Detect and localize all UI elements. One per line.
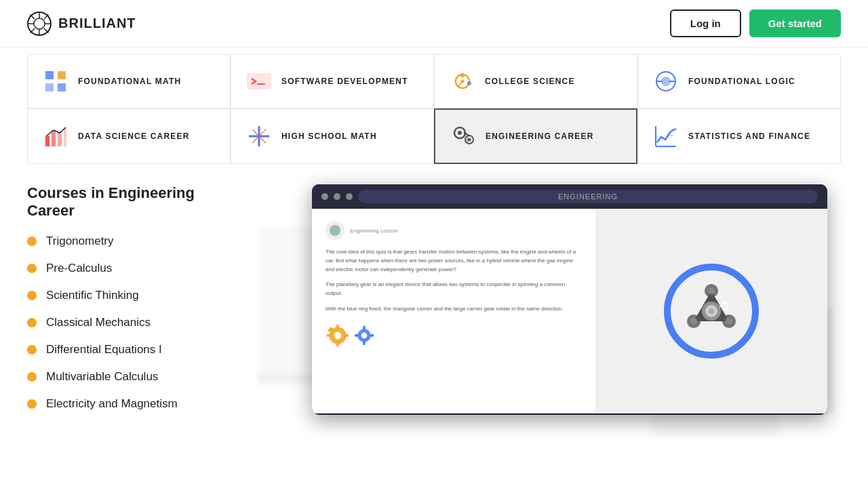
lesson-avatar bbox=[326, 221, 344, 240]
svg-rect-52 bbox=[363, 326, 366, 330]
browser-window: ENGINEERING Engineering Lesson The core … bbox=[312, 184, 827, 415]
logo-text: BRILLIANT bbox=[58, 16, 136, 31]
svg-rect-45 bbox=[336, 325, 339, 329]
brilliant-logo-icon bbox=[27, 12, 52, 36]
browser-text-3: With the blue ring fixed, the triangular… bbox=[326, 305, 582, 314]
svg-point-20 bbox=[467, 81, 471, 85]
stats-finance-icon bbox=[652, 122, 680, 150]
tile-college-science[interactable]: COLLEGE SCIENCE bbox=[434, 54, 637, 108]
svg-rect-12 bbox=[58, 71, 66, 79]
course-name: Classical Mechanics bbox=[46, 316, 151, 329]
svg-rect-27 bbox=[58, 133, 62, 146]
engineering-career-label: ENGINEERING CAREER bbox=[486, 131, 594, 141]
header-buttons: Log in Get started bbox=[670, 9, 841, 37]
svg-rect-47 bbox=[327, 334, 332, 337]
svg-point-19 bbox=[461, 80, 465, 83]
course-item-electricity[interactable]: Electricity and Magnetism bbox=[27, 397, 244, 411]
foundational-math-icon bbox=[41, 67, 70, 96]
svg-rect-48 bbox=[344, 334, 349, 337]
svg-point-1 bbox=[34, 18, 45, 29]
course-list: Trigonometry Pre-Calculus Scientific Thi… bbox=[27, 235, 244, 411]
planetary-gear-illustration bbox=[660, 260, 762, 362]
course-item-multivariable[interactable]: Multivariable Calculus bbox=[27, 370, 244, 384]
svg-rect-13 bbox=[58, 83, 66, 92]
browser-content: Engineering Lesson The core idea of this… bbox=[312, 209, 827, 413]
course-dot bbox=[27, 372, 37, 382]
course-name: Pre-Calculus bbox=[46, 262, 112, 275]
category-grid-row1: FOUNDATIONAL MATH SOFTWARE DEVELOPMENT C… bbox=[0, 54, 868, 108]
browser-dot-green bbox=[346, 193, 353, 200]
tile-engineering-career[interactable]: ENGINEERING CAREER bbox=[434, 108, 637, 164]
svg-rect-25 bbox=[45, 136, 50, 146]
tile-foundational-logic[interactable]: FOUNDATIONAL LOGIC bbox=[637, 54, 841, 108]
course-list-title: Courses in Engineering Career bbox=[27, 184, 244, 220]
svg-point-44 bbox=[334, 331, 342, 339]
browser-url-text: ENGINEERING bbox=[558, 192, 618, 201]
high-school-math-icon bbox=[245, 122, 273, 150]
browser-dot-red bbox=[321, 193, 328, 200]
main-content: Courses in Engineering Career Trigonomet… bbox=[0, 164, 868, 442]
course-name: Trigonometry bbox=[46, 235, 114, 248]
foundational-math-label: FOUNDATIONAL MATH bbox=[78, 77, 181, 86]
browser-right-panel bbox=[595, 209, 827, 413]
data-science-icon bbox=[41, 122, 70, 150]
browser-dot-yellow bbox=[334, 193, 340, 200]
course-item-scientific-thinking[interactable]: Scientific Thinking bbox=[27, 289, 244, 302]
browser-gears bbox=[326, 323, 582, 348]
svg-rect-54 bbox=[355, 334, 359, 337]
college-science-label: COLLEGE SCIENCE bbox=[485, 77, 575, 86]
browser-left-panel: Engineering Lesson The core idea of this… bbox=[312, 209, 595, 413]
category-grid-row2: DATA SCIENCE CAREER HIGH SCHOOL MATH bbox=[0, 108, 868, 164]
software-dev-icon bbox=[245, 67, 273, 96]
browser-bar: ENGINEERING bbox=[312, 184, 827, 209]
svg-point-65 bbox=[726, 318, 732, 325]
svg-point-61 bbox=[709, 308, 714, 314]
svg-point-63 bbox=[708, 287, 715, 294]
svg-point-51 bbox=[361, 332, 368, 338]
tile-software-dev[interactable]: SOFTWARE DEVELOPMENT bbox=[231, 54, 434, 108]
browser-text-2: The planetary gear is an elegant device … bbox=[326, 281, 582, 298]
svg-rect-28 bbox=[64, 127, 66, 146]
course-item-diff-eq[interactable]: Differential Equations I bbox=[27, 343, 244, 357]
svg-point-42 bbox=[330, 225, 340, 236]
course-name: Electricity and Magnetism bbox=[46, 397, 178, 411]
course-dot bbox=[27, 291, 37, 300]
tile-high-school-math[interactable]: HIGH SCHOOL MATH bbox=[231, 108, 434, 164]
svg-rect-14 bbox=[248, 74, 271, 89]
svg-point-34 bbox=[458, 131, 462, 135]
course-name: Differential Equations I bbox=[46, 343, 162, 357]
login-button[interactable]: Log in bbox=[670, 9, 741, 37]
gear-blue-icon bbox=[354, 325, 374, 346]
college-science-icon bbox=[448, 67, 477, 96]
lesson-meta: Engineering Lesson bbox=[350, 228, 398, 234]
get-started-button[interactable]: Get started bbox=[749, 9, 841, 37]
software-dev-label: SOFTWARE DEVELOPMENT bbox=[281, 77, 408, 86]
svg-rect-53 bbox=[363, 341, 366, 345]
logo: BRILLIANT bbox=[27, 12, 136, 36]
preview-panel: ENGINEERING Engineering Lesson The core … bbox=[271, 184, 841, 442]
tile-stats-finance[interactable]: STATISTICS AND FINANCE bbox=[637, 108, 841, 164]
browser-url-bar: ENGINEERING bbox=[358, 190, 818, 203]
course-item-precalculus[interactable]: Pre-Calculus bbox=[27, 262, 244, 275]
svg-rect-46 bbox=[336, 342, 339, 346]
svg-rect-10 bbox=[45, 71, 54, 79]
svg-point-67 bbox=[690, 318, 697, 325]
course-dot bbox=[27, 345, 37, 354]
engineering-career-icon bbox=[449, 122, 477, 150]
course-item-trigonometry[interactable]: Trigonometry bbox=[27, 235, 244, 248]
foundational-logic-icon bbox=[652, 67, 680, 96]
browser-text-1: The core idea of this quiz is that gears… bbox=[326, 248, 582, 274]
svg-rect-55 bbox=[370, 334, 374, 337]
course-dot bbox=[27, 237, 37, 246]
svg-rect-11 bbox=[45, 83, 54, 92]
gear-yellow-icon bbox=[326, 323, 350, 348]
svg-rect-26 bbox=[52, 130, 56, 146]
svg-point-17 bbox=[460, 73, 465, 77]
course-dot bbox=[27, 399, 37, 409]
tile-data-science[interactable]: DATA SCIENCE CAREER bbox=[27, 108, 231, 164]
course-dot bbox=[27, 264, 37, 273]
course-item-classical-mechanics[interactable]: Classical Mechanics bbox=[27, 316, 244, 329]
tile-foundational-math[interactable]: FOUNDATIONAL MATH bbox=[27, 54, 231, 108]
data-science-label: DATA SCIENCE CAREER bbox=[78, 131, 190, 141]
stats-finance-label: STATISTICS AND FINANCE bbox=[688, 131, 810, 141]
